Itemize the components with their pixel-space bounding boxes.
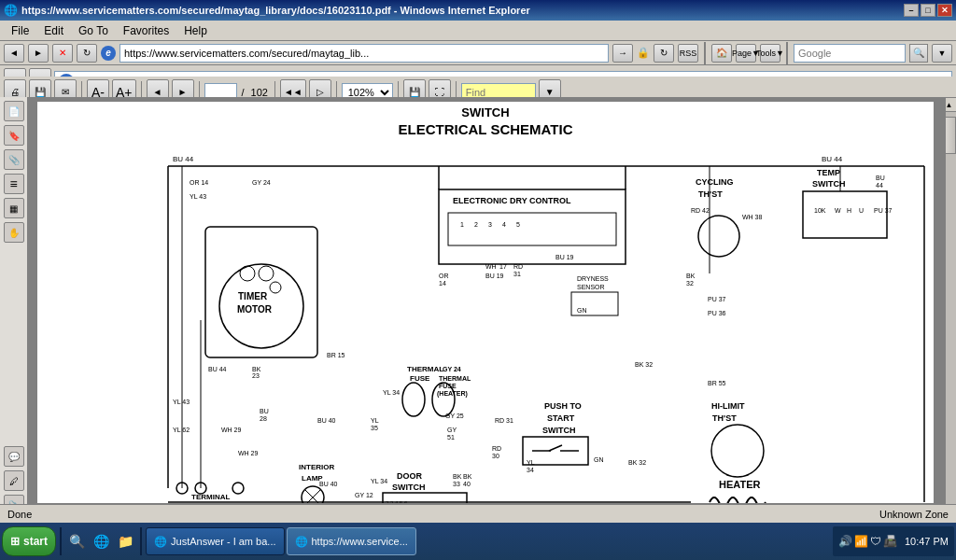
svg-text:MOTOR: MOTOR <box>237 304 273 315</box>
sidebar-page-icon[interactable]: 📄 <box>4 101 24 121</box>
window-title: https://www.servicematters.com/secured/m… <box>21 5 530 16</box>
taskbar-icon-2[interactable]: 🌐 <box>90 530 112 553</box>
svg-text:BU: BU <box>260 408 269 414</box>
address-bar: ◄ ► ✕ ↻ e → 🔒 ↻ RSS 🏠 Page▼ Tools▼ 🔍 ▼ <box>0 41 956 65</box>
svg-text:HI-LIMIT: HI-LIMIT <box>711 401 745 411</box>
system-clock: 10:47 PM <box>899 536 949 547</box>
svg-text:YL 62: YL 62 <box>173 427 190 433</box>
svg-text:ELECTRONIC DRY CONTROL: ELECTRONIC DRY CONTROL <box>453 196 571 205</box>
svg-text:BU 44: BU 44 <box>208 366 227 372</box>
status-right: Unknown Zone <box>879 509 949 520</box>
search-options-button[interactable]: ▼ <box>932 44 952 63</box>
sidebar-stamp-icon[interactable]: 🖊 <box>4 470 24 491</box>
page-separator: / <box>240 87 246 98</box>
svg-text:TIMER: TIMER <box>238 291 268 301</box>
taskbar-divider <box>60 527 62 555</box>
svg-rect-20 <box>448 213 616 245</box>
svg-text:40: 40 <box>463 481 471 487</box>
menu-favorites[interactable]: Favorites <box>116 22 176 39</box>
url-input[interactable] <box>120 44 609 63</box>
sidebar-comment-icon[interactable]: 💬 <box>4 446 24 467</box>
svg-line-52 <box>549 445 562 451</box>
start-button[interactable]: ⊞ start <box>2 526 56 556</box>
tray-icon-security[interactable]: 🛡 <box>870 535 881 548</box>
svg-text:GY 24: GY 24 <box>443 366 461 372</box>
svg-text:SENSOR: SENSOR <box>577 284 605 290</box>
svg-text:1: 1 <box>460 221 464 228</box>
taskbar-window-2-label: https://www.service... <box>312 536 408 547</box>
google-search-button[interactable]: 🔍 <box>909 44 928 63</box>
tray-icon-network[interactable]: 📶 <box>854 535 868 548</box>
menu-edit[interactable]: Edit <box>36 22 71 39</box>
pdf-content-area: SWITCH ELECTRICAL SCHEMATIC BU 44 BU 44 … <box>28 97 946 519</box>
sidebar-select-icon[interactable]: ▦ <box>4 198 24 218</box>
svg-text:YL 34: YL 34 <box>371 478 387 484</box>
refresh-page-button[interactable]: ↻ <box>654 44 674 63</box>
svg-point-66 <box>302 486 324 503</box>
svg-text:PU 37: PU 37 <box>874 207 893 214</box>
svg-text:3: 3 <box>488 221 492 228</box>
forward-button[interactable]: ► <box>28 44 49 63</box>
separator <box>704 42 706 64</box>
title-bar: 🌐 https://www.servicematters.com/secured… <box>0 0 956 21</box>
svg-text:BK: BK <box>686 273 696 279</box>
svg-text:HEATER: HEATER <box>719 479 760 490</box>
close-button[interactable]: ✕ <box>937 4 952 17</box>
svg-text:GY 24: GY 24 <box>252 179 271 186</box>
svg-text:PUSH TO: PUSH TO <box>544 401 582 411</box>
svg-text:5: 5 <box>516 221 520 228</box>
title-bar-controls[interactable]: – □ ✕ <box>904 4 952 17</box>
status-bar: Done Unknown Zone <box>0 504 956 523</box>
svg-text:CYCLING: CYCLING <box>696 177 734 187</box>
svg-text:BK 32: BK 32 <box>635 361 653 368</box>
svg-rect-97 <box>803 191 887 238</box>
svg-text:WH 29: WH 29 <box>238 450 259 456</box>
svg-text:GY: GY <box>447 427 457 433</box>
tray-icon-sound[interactable]: 🔊 <box>838 535 852 548</box>
refresh-button[interactable]: ↻ <box>77 44 97 63</box>
stop-button[interactable]: ✕ <box>52 44 73 63</box>
back-button[interactable]: ◄ <box>4 44 24 63</box>
svg-text:YL: YL <box>371 417 379 424</box>
svg-text:PU 36: PU 36 <box>708 310 726 316</box>
menu-help[interactable]: Help <box>176 22 215 39</box>
taskbar-system-tray: 🔊 📶 🛡 📠 10:47 PM <box>833 526 954 556</box>
maximize-button[interactable]: □ <box>921 4 935 17</box>
page-menu-button[interactable]: Page▼ <box>736 44 756 63</box>
rss-button[interactable]: RSS <box>678 44 698 63</box>
tools-menu-button[interactable]: Tools▼ <box>760 44 780 63</box>
menu-goto[interactable]: Go To <box>71 22 116 39</box>
sidebar-pan-icon[interactable]: ✋ <box>4 222 24 243</box>
svg-text:4: 4 <box>502 221 506 228</box>
svg-text:YL 34: YL 34 <box>383 389 400 396</box>
page-total: 102 <box>249 87 270 98</box>
taskbar-window-1-label: JustAnswer - I am ba... <box>171 536 275 547</box>
svg-text:51: 51 <box>447 434 455 441</box>
svg-text:YL 43: YL 43 <box>173 399 190 405</box>
taskbar-window-1[interactable]: 🌐 JustAnswer - I am ba... <box>146 527 284 555</box>
taskbar-window-2[interactable]: 🌐 https://www.service... <box>287 527 416 555</box>
home-button[interactable]: 🏠 <box>711 44 732 63</box>
menu-bar: File Edit Go To Favorites Help <box>0 21 956 41</box>
svg-text:WH 29: WH 29 <box>221 427 242 433</box>
pdf-page: SWITCH ELECTRICAL SCHEMATIC BU 44 BU 44 … <box>37 102 934 503</box>
svg-text:14: 14 <box>439 280 446 287</box>
svg-text:GY 25: GY 25 <box>445 413 464 419</box>
go-button[interactable]: → <box>612 44 633 63</box>
svg-text:BR 55: BR 55 <box>708 380 726 386</box>
svg-text:RD: RD <box>513 263 523 270</box>
sidebar-layers-icon[interactable]: ≡ <box>4 174 24 194</box>
title-bar-left: 🌐 https://www.servicematters.com/secured… <box>4 4 530 17</box>
sidebar-attachment-icon[interactable]: 📎 <box>4 149 24 170</box>
svg-text:23: 23 <box>252 372 260 379</box>
svg-text:28: 28 <box>260 415 267 422</box>
google-search-input[interactable] <box>794 44 906 63</box>
svg-point-111 <box>711 425 764 477</box>
taskbar-icon-3[interactable]: 📁 <box>114 530 136 553</box>
taskbar-icon-1[interactable]: 🔍 <box>65 530 88 553</box>
sidebar-bookmark-icon[interactable]: 🔖 <box>4 125 24 146</box>
menu-file[interactable]: File <box>4 22 36 39</box>
svg-text:BU 19: BU 19 <box>485 273 504 279</box>
minimize-button[interactable]: – <box>904 4 919 17</box>
tray-icon-misc[interactable]: 📠 <box>883 535 897 548</box>
